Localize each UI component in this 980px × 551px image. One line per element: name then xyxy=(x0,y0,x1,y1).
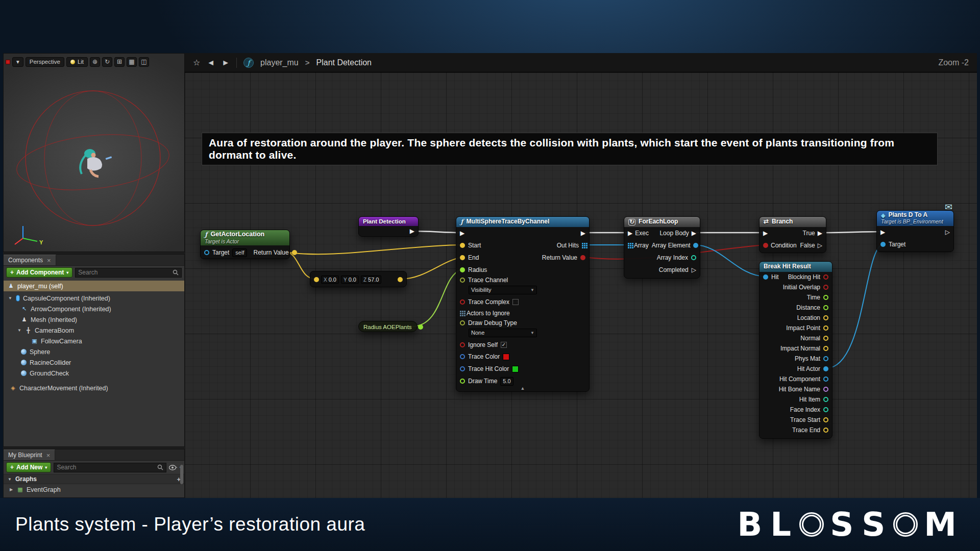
component-item-racinecollider[interactable]: RacineCollider xyxy=(4,357,184,368)
impact-point-pin[interactable] xyxy=(823,325,828,331)
trace-hit-color-swatch[interactable] xyxy=(512,366,519,372)
radius-pin[interactable] xyxy=(460,267,465,272)
viewport-panel[interactable]: Y ▾ Perspective Lit ⊕ ↻ ⊞ ▦ ◫ xyxy=(3,53,185,252)
condition-pin[interactable] xyxy=(763,243,768,248)
target-pin[interactable] xyxy=(880,242,886,247)
node-make-vector[interactable]: X0.0 Y0.0 Z57.0 xyxy=(310,271,407,287)
draw-time-field[interactable]: 5.0 xyxy=(500,377,513,386)
node-foreach-loop[interactable]: ↻ForEachLoop ▶Exec Loop Body▶ Array Arra… xyxy=(624,216,700,279)
add-new-button[interactable]: + Add New ▾ xyxy=(6,462,51,472)
trace-color-swatch[interactable] xyxy=(503,354,509,360)
graph-comment[interactable]: Aura of restoration around the player. T… xyxy=(202,133,938,165)
actors-to-ignore-pin[interactable] xyxy=(460,311,461,312)
exec-in-pin[interactable]: ▶ xyxy=(880,229,885,235)
vector-in-pin[interactable] xyxy=(314,277,319,282)
expander-icon[interactable]: ▼ xyxy=(17,328,22,333)
my-blueprint-search[interactable] xyxy=(54,463,166,472)
node-plant-detection[interactable]: Plant Detection ▶ xyxy=(358,216,419,237)
rotate-tool-button[interactable]: ↻ xyxy=(102,57,112,67)
trace-end-pin[interactable] xyxy=(823,428,828,433)
perspective-button[interactable]: Perspective xyxy=(26,57,64,67)
location-pin[interactable] xyxy=(823,315,828,320)
ignore-self-pin[interactable] xyxy=(460,342,465,347)
time-pin[interactable] xyxy=(823,295,828,300)
impact-normal-pin[interactable] xyxy=(823,346,828,351)
wire-hitactor-target[interactable] xyxy=(826,244,883,368)
hit-component-pin[interactable] xyxy=(823,377,828,382)
viewport-options-button[interactable]: ▾ xyxy=(12,57,23,67)
trace-start-pin[interactable] xyxy=(823,417,828,422)
breadcrumb-root[interactable]: player_mu xyxy=(260,58,299,67)
component-item-followcamera[interactable]: ▣ FollowCamera xyxy=(4,336,184,346)
array-index-pin[interactable] xyxy=(691,255,696,260)
camera-settings-button[interactable]: ◫ xyxy=(139,57,149,67)
completed-pin[interactable]: ▷ xyxy=(692,267,696,273)
hit-item-pin[interactable] xyxy=(823,397,828,402)
node-break-hit-result[interactable]: Break Hit Result Hit Blocking Hit Initia… xyxy=(759,261,832,439)
lit-mode-button[interactable]: Lit xyxy=(66,57,88,67)
component-item-sphere[interactable]: Sphere xyxy=(4,346,184,357)
add-component-button[interactable]: + Add Component ▾ xyxy=(6,267,72,278)
end-pin[interactable] xyxy=(460,255,465,260)
translate-tool-button[interactable]: ⊕ xyxy=(90,57,100,67)
scrollbar-thumb[interactable] xyxy=(180,465,183,484)
hit-actor-pin[interactable] xyxy=(823,366,828,371)
close-icon[interactable]: × xyxy=(46,452,51,459)
array-pin[interactable] xyxy=(628,243,629,244)
node-get-actor-location[interactable]: ƒGetActorLocation Target is Actor Target… xyxy=(200,230,290,259)
target-pin[interactable] xyxy=(204,250,209,255)
vector-z-field[interactable]: Z57.0 xyxy=(361,276,382,284)
favorite-star-icon[interactable]: ☆ xyxy=(193,58,200,67)
start-pin[interactable] xyxy=(460,243,465,248)
component-item-charactermovement[interactable]: ◈ CharacterMovement (Inherited) xyxy=(4,383,184,393)
component-item-groundcheck[interactable]: GroundCheck xyxy=(4,368,184,379)
scale-tool-button[interactable]: ⊞ xyxy=(114,57,125,67)
trace-color-pin[interactable] xyxy=(460,354,465,359)
ignore-self-checkbox[interactable]: ✓ xyxy=(501,342,507,348)
trace-complex-checkbox[interactable] xyxy=(512,299,519,305)
wire-arrayelement-hit[interactable] xyxy=(694,245,765,277)
collapse-arrow-icon[interactable]: ▲ xyxy=(521,386,525,391)
component-item-player-mu[interactable]: ♟ player_mu (self) xyxy=(4,281,184,291)
expander-icon[interactable]: ▼ xyxy=(8,296,13,300)
exec-in-pin[interactable]: ▶ xyxy=(628,230,632,236)
return-value-pin[interactable] xyxy=(292,250,297,255)
tab-components[interactable]: Components × xyxy=(4,255,56,265)
draw-time-pin[interactable] xyxy=(460,379,465,384)
array-element-pin[interactable] xyxy=(693,243,698,248)
draw-debug-type-dropdown[interactable]: None▼ xyxy=(469,329,537,337)
eventgraph-item[interactable]: ▶ ▦ EventGraph xyxy=(4,484,184,495)
tab-my-blueprint[interactable]: My Blueprint × xyxy=(4,449,55,460)
forward-icon[interactable]: ► xyxy=(222,58,230,67)
trace-channel-pin[interactable] xyxy=(460,278,465,283)
draw-debug-type-pin[interactable] xyxy=(460,320,465,325)
vector-x-field[interactable]: X0.0 xyxy=(321,276,339,284)
wire-exec-plantdetection-multisphere[interactable] xyxy=(412,231,462,233)
wire-returnvalue-start[interactable] xyxy=(284,245,462,254)
exec-out-pin[interactable]: ▶ xyxy=(581,230,585,236)
node-plants-d-to-a[interactable]: ✉ ◈Plants D To A Target is BP_Environmen… xyxy=(876,210,954,252)
back-icon[interactable]: ◄ xyxy=(207,58,215,67)
face-index-pin[interactable] xyxy=(823,407,828,412)
hit-bone-name-pin[interactable] xyxy=(823,387,828,392)
node-branch[interactable]: ⇄Branch ▶ True▶ Condition False▷ xyxy=(759,216,826,253)
radius-out-pin[interactable] xyxy=(418,324,423,330)
false-pin[interactable]: ▷ xyxy=(818,242,822,248)
blueprint-canvas[interactable]: Aura of restoration around the player. T… xyxy=(185,72,977,498)
exec-out-pin[interactable]: ▷ xyxy=(945,229,950,235)
true-pin[interactable]: ▶ xyxy=(818,230,822,236)
component-item-mesh[interactable]: ♟ Mesh (Inherited) xyxy=(4,314,184,325)
wire-exec-true-plantsdtoa[interactable] xyxy=(820,232,883,233)
blocking-hit-pin[interactable] xyxy=(823,274,828,280)
vector-y-field[interactable]: Y0.0 xyxy=(341,276,359,284)
close-icon[interactable]: × xyxy=(47,257,51,264)
vector-out-pin[interactable] xyxy=(398,277,403,282)
exec-out-pin[interactable]: ▶ xyxy=(410,228,414,234)
expander-icon[interactable]: ▼ xyxy=(7,477,12,482)
visibility-filter-eye-icon[interactable] xyxy=(169,465,177,470)
node-multisphere-trace[interactable]: ƒMultiSphereTraceByChannel ▶ Start End R… xyxy=(456,216,590,392)
normal-pin[interactable] xyxy=(823,336,828,341)
trace-complex-pin[interactable] xyxy=(460,299,465,305)
out-hits-pin[interactable] xyxy=(582,243,583,244)
exec-in-pin[interactable]: ▶ xyxy=(460,230,464,236)
